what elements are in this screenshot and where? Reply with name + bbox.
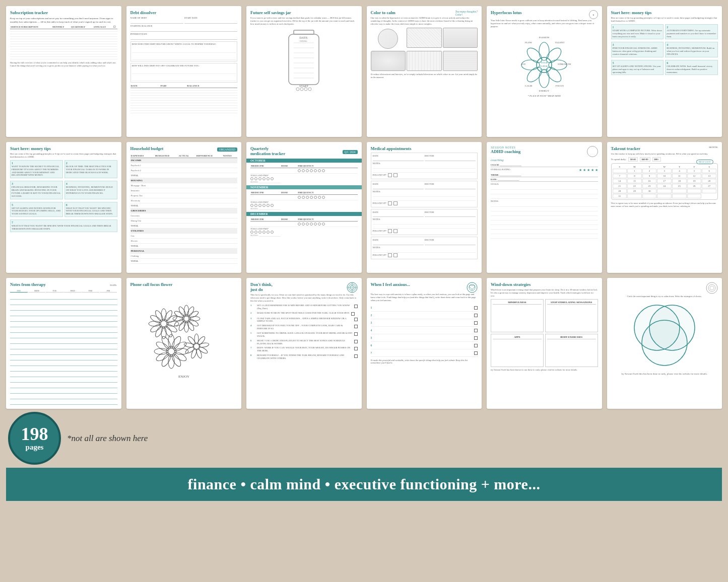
svg-text:START: START (299, 85, 308, 88)
svg-point-44 (154, 325, 164, 338)
subscription-footer: Having the full overview of what you're … (10, 61, 117, 67)
table-row (130, 111, 238, 113)
pages-badge: 198 pages (8, 412, 61, 465)
venn-bottom-note: by Stewart Swift this has been done to e… (611, 373, 718, 376)
debt-dissolver-title: Debt dissolver (130, 10, 238, 15)
svg-point-16 (308, 88, 311, 91)
venn-diagram-card: Circle the most important thing to try t… (607, 278, 722, 409)
lotus-illustration: YOUR SUPER- POWER PASSION TALENT STRENGT (491, 32, 598, 95)
tagline-text: finance • calm mind • executive function… (18, 476, 710, 493)
main-container: Subscription tracker Keep on top of your… (0, 0, 728, 507)
table-row: TOTAL (130, 244, 238, 249)
svg-point-80 (196, 335, 206, 345)
budget-table: EXPENSES BUDGETED ACTUAL DIFFERENCE NOTE… (130, 154, 238, 264)
wind-down-grid: MINDFULNESS STOP STIMULATING SENSATIONS … (491, 299, 598, 367)
tip2-item-6: 6WHAT IS IT THAT YOU WANT? BE SPECIFIC W… (64, 202, 117, 217)
takeout-tracker-card: Takeout tracker MONTH: Use this tracker … (607, 142, 722, 273)
wind-down-mindfulness: MINDFULNESS (491, 299, 544, 332)
hyperfocus-lotus-title: Hyperfocus lotus (491, 10, 522, 18)
start-here-money-2-title: Start here: money tips (10, 146, 117, 151)
svg-point-38 (163, 310, 173, 323)
coloring-grid (371, 28, 478, 71)
quarterly-med-title: Quarterlymedication tracker (250, 146, 285, 156)
svg-point-24 (544, 64, 564, 85)
table-row: Insurance (130, 188, 238, 193)
lotus-svg: YOUR SUPER- POWER PASSION TALENT STRENGT (511, 32, 577, 93)
start-here-money-tips-2-card: Start here: money tips Here are some of … (6, 142, 121, 273)
svg-rect-0 (294, 30, 314, 34)
start-here-money-2-subtitle: Here are some of the top grounding princ… (10, 153, 117, 159)
table-row: TOTAL (130, 259, 238, 264)
svg-point-47 (149, 314, 162, 325)
start-here-money-title: Start here: money tips (611, 10, 718, 15)
tip-item-5: 5SET UP ALERTS AND NOTIFICATIONS. Use yo… (611, 60, 664, 76)
notes-from-therapy-card: Notes from therapy DATE: THE MON TUE WED… (6, 278, 121, 409)
budget-section-header: GROCERIES (130, 208, 238, 213)
list-item: 3CLOSE TABS AND ALL FOCUS WINDOWS – OPEN… (250, 317, 358, 323)
start-here-money-subtitle: Here are some of the top grounding princ… (611, 17, 718, 23)
list-item: 1SET A LOUD REMINDER FOR 30 MIN BEFORE A… (250, 304, 358, 310)
therapy-tab-headers: THE MON TUE WED THU FRI (10, 289, 117, 293)
tip2-item-2: 2BLOCK OF TIME. THE BEST PRACTICE FOR YO… (64, 160, 117, 178)
wind-down-title: Wind-down strategies (491, 282, 598, 287)
table-row (250, 195, 358, 200)
october-section: OCTOBER MEDICINEDOSEFREQUENCY TOOLS AND … (250, 159, 358, 183)
tip2-item-7: 7WHAT IS IT THAT YOU WANT? BE SPECIFIC W… (10, 220, 117, 232)
svg-point-41 (165, 323, 178, 334)
phone-call-flower-card: Phone call focus flower (126, 278, 242, 409)
november-section: NOVEMBER MEDICINEDOSEFREQUENCY TOOLS AND… (250, 185, 358, 210)
star-rating: ★ ★ ★ ★ ★ (579, 168, 598, 172)
list-item: 1 (371, 304, 478, 312)
household-budget-title: Household budget (130, 146, 164, 151)
list-item: 4GET DRESSED IF YOU FEEL YOU'RE OFF – YO… (250, 324, 358, 330)
svg-text:TALENT: TALENT (555, 41, 565, 44)
tip-item-2: 2AUTOMATE EVERYTHING. Set up automatic p… (665, 24, 718, 40)
budget-section-header: PERSONAL (130, 249, 238, 254)
wind-down-stop-stimulating: STOP STIMULATING SENSATIONS (545, 299, 598, 332)
coloring-cell (378, 29, 398, 49)
svg-point-14 (300, 88, 303, 91)
tip-item-6: 6CELEBRATE WINS. Each small financial vi… (665, 60, 718, 76)
svg-text:YOUR: YOUR (541, 61, 548, 64)
coloring-cell (443, 51, 478, 71)
row-3: Notes from therapy DATE: THE MON TUE WED… (6, 278, 722, 409)
adhd-coaching-card: SESSION NOTES ADHD coaching coaching COA… (487, 142, 602, 273)
list-item: 4 (371, 327, 478, 334)
tip2-item-1: 1WANT TO KNOW THE SECRET TO FINANCIAL FR… (10, 160, 63, 178)
color-to-calm-card: Color to calm Too many thoughts?Color! O… (367, 6, 482, 137)
svg-point-63 (182, 315, 190, 323)
svg-point-13 (296, 88, 299, 91)
bottom-info-row: 198 pages *not all are shown here (6, 412, 722, 468)
therapy-title: Notes from therapy (10, 282, 46, 287)
svg-point-95 (467, 282, 477, 293)
appointment-1: DATE DOCTOR NOTES: FOLLOW UP? (371, 153, 478, 179)
svg-text:ENERGY: ENERGY (539, 90, 550, 92)
svg-point-86 (183, 342, 194, 348)
appointment-2: DATE DOCTOR NOTES: FOLLOW UP? (371, 181, 478, 207)
venn-diagram-svg (624, 300, 705, 371)
list-item: 5 (371, 334, 478, 342)
coloring-cell (407, 51, 442, 71)
lotus-footer: * PLACE IN YOUR * BRAIN MIND (491, 95, 598, 98)
household-budget-card: Household budget ORGANIZED EXPENSES BUDG… (126, 142, 242, 273)
coloring-cell (407, 28, 442, 48)
mandala-icon (347, 282, 358, 293)
svg-point-40 (167, 321, 179, 326)
list-item: 7BODY: WORK IF YOU CAN. WIGGLE YOUR FEET… (250, 346, 358, 352)
svg-point-102 (642, 320, 687, 366)
quarterly-med-tracker-card: Quarterlymedication tracker Q3 / 2024 OC… (246, 142, 362, 273)
dont-think-title: Don't think,just do (250, 282, 273, 292)
svg-text:DATE:: DATE: (300, 36, 308, 39)
table-row: Clothing (130, 254, 238, 259)
subscription-tracker-subtitle: Keep on top of your subscriptions and ne… (10, 17, 117, 24)
table-row: Electric (130, 239, 238, 244)
lotus-stamp: ★ (589, 10, 598, 19)
list-item: 2 (371, 312, 478, 319)
phone-call-flower-title: Phone call focus flower (130, 282, 238, 287)
table-row: Dining Out (130, 219, 238, 224)
svg-text:GOAL:: GOAL: (300, 40, 308, 42)
table-row: Paycheck 2 (130, 168, 238, 173)
badge-pages: pages (26, 443, 44, 452)
hyperfocus-lotus-card: Hyperfocus lotus ★ Your little lotus flo… (487, 6, 602, 137)
when-i-feel-anxious-card: When I feel anxious... The best way to c… (367, 278, 482, 409)
